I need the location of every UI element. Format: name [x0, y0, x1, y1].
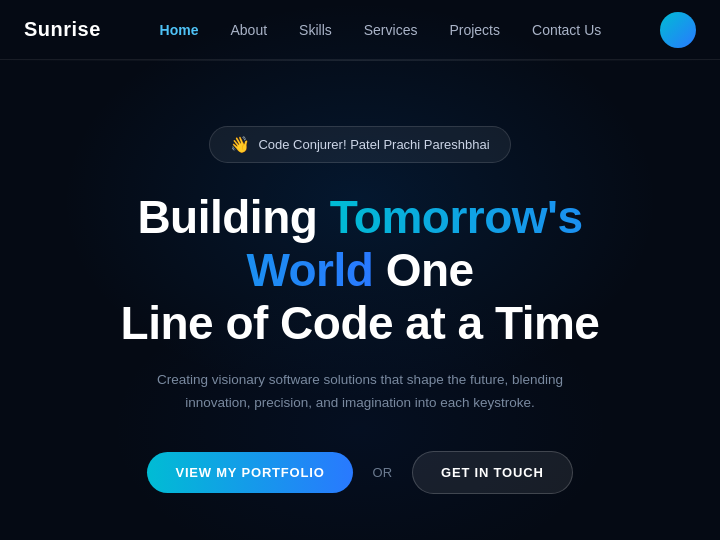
nav-item-services[interactable]: Services: [364, 21, 418, 39]
navbar: Sunrise Home About Skills Services Proje…: [0, 0, 720, 60]
nav-logo: Sunrise: [24, 18, 101, 41]
title-line2: Line of Code at a Time: [121, 297, 600, 349]
nav-item-projects[interactable]: Projects: [449, 21, 500, 39]
nav-link-home[interactable]: Home: [160, 22, 199, 38]
title-part1: Building: [137, 191, 329, 243]
hero-section: 👋 Code Conjurer! Patel Prachi Pareshbhai…: [0, 61, 720, 539]
nav-item-contact[interactable]: Contact Us: [532, 21, 601, 39]
cta-or-label: OR: [373, 465, 393, 480]
avatar[interactable]: [660, 12, 696, 48]
nav-link-services[interactable]: Services: [364, 22, 418, 38]
badge-text: Code Conjurer! Patel Prachi Pareshbhai: [258, 137, 489, 152]
hero-title: Building Tomorrow's World One Line of Co…: [80, 191, 640, 350]
nav-link-about[interactable]: About: [230, 22, 267, 38]
cta-row: VIEW MY PORTFOLIO OR GET IN TOUCH: [147, 451, 572, 494]
nav-item-skills[interactable]: Skills: [299, 21, 332, 39]
nav-link-contact[interactable]: Contact Us: [532, 22, 601, 38]
nav-link-skills[interactable]: Skills: [299, 22, 332, 38]
view-portfolio-button[interactable]: VIEW MY PORTFOLIO: [147, 452, 352, 493]
nav-item-about[interactable]: About: [230, 21, 267, 39]
title-part2: One: [373, 244, 473, 296]
nav-link-projects[interactable]: Projects: [449, 22, 500, 38]
badge-emoji: 👋: [230, 135, 250, 154]
hero-subtitle: Creating visionary software solutions th…: [150, 369, 570, 415]
hero-badge: 👋 Code Conjurer! Patel Prachi Pareshbhai: [209, 126, 510, 163]
nav-links: Home About Skills Services Projects Cont…: [160, 21, 602, 39]
nav-item-home[interactable]: Home: [160, 21, 199, 39]
get-in-touch-button[interactable]: GET IN TOUCH: [412, 451, 573, 494]
